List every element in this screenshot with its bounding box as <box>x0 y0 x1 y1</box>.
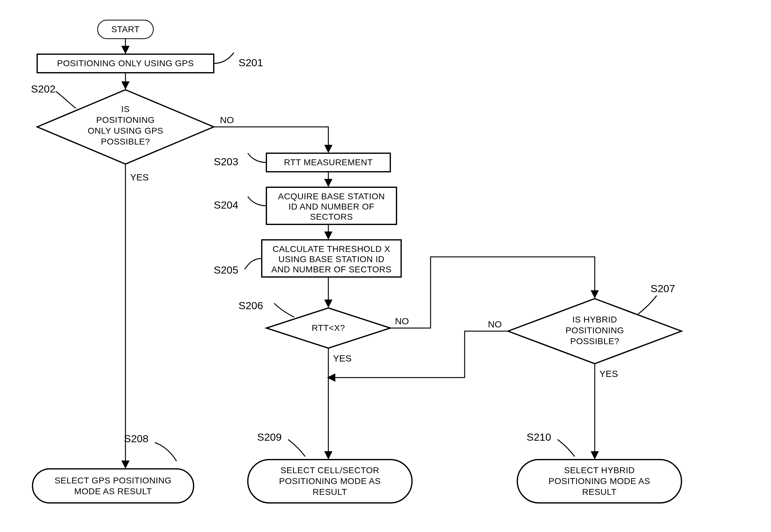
s207-no-text: NO <box>488 319 502 329</box>
s201-leader <box>214 53 234 63</box>
s207-yes-text: YES <box>600 369 618 379</box>
s206-yes-text: YES <box>333 353 352 363</box>
s210-l1: POSITIONING MODE AS <box>548 476 650 486</box>
s207-label: S207 <box>651 283 675 294</box>
s210-leader <box>557 439 574 456</box>
s209-l2: RESULT <box>313 487 347 497</box>
s203-label: S203 <box>214 156 238 167</box>
s208-leader <box>155 443 176 461</box>
s202-l1: POSITIONING <box>96 115 154 125</box>
s210-node: SELECT HYBRID POSITIONING MODE AS RESULT <box>517 460 682 503</box>
s206-node: RTT<X? <box>266 308 390 348</box>
s209-label: S209 <box>257 431 282 443</box>
s204-l0: ACQUIRE BASE STATION <box>278 192 385 201</box>
s210-label: S210 <box>526 431 551 443</box>
s207-node: IS HYBRID POSITIONING POSSIBLE? <box>508 299 682 364</box>
s210-l0: SELECT HYBRID <box>564 465 635 475</box>
s208-l1: MODE AS RESULT <box>74 487 152 496</box>
s204-l1: ID AND NUMBER OF <box>288 202 374 211</box>
s205-label: S205 <box>214 264 238 276</box>
s203-node: RTT MEASUREMENT <box>266 153 390 172</box>
s201-text: POSITIONING ONLY USING GPS <box>57 58 194 68</box>
s207-l0: IS HYBRID <box>572 315 617 324</box>
s202-node: IS POSITIONING ONLY USING GPS POSSIBLE? <box>37 90 214 164</box>
s208-l0: SELECT GPS POSITIONING <box>54 476 171 485</box>
s209-leader <box>288 439 305 456</box>
s205-l0: CALCULATE THRESHOLD X <box>273 244 390 254</box>
s202-yes-text: YES <box>130 172 149 182</box>
s203-text: RTT MEASUREMENT <box>284 158 373 167</box>
s203-leader <box>248 153 266 162</box>
s202-no-text: NO <box>220 115 234 125</box>
s202-l0: IS <box>121 104 129 114</box>
s202-l3: POSSIBLE? <box>101 137 150 146</box>
s204-leader <box>248 197 266 206</box>
s206-text: RTT<X? <box>312 323 345 333</box>
s205-l1: USING BASE STATION ID <box>279 254 384 264</box>
s209-node: SELECT CELL/SECTOR POSITIONING MODE AS R… <box>248 460 412 503</box>
s204-node: ACQUIRE BASE STATION ID AND NUMBER OF SE… <box>266 187 396 224</box>
s204-l2: SECTORS <box>310 212 353 222</box>
s208-label: S208 <box>124 433 148 444</box>
s204-label: S204 <box>214 199 238 211</box>
s206-no-text: NO <box>395 316 409 326</box>
s206-label: S206 <box>239 300 263 311</box>
s205-l2: AND NUMBER OF SECTORS <box>271 265 392 274</box>
s205-node: CALCULATE THRESHOLD X USING BASE STATION… <box>262 240 401 277</box>
s207-l2: POSSIBLE? <box>570 336 620 346</box>
s207-leader <box>638 296 657 314</box>
start-text: START <box>111 24 140 34</box>
s206-leader <box>274 303 294 317</box>
s209-l1: POSITIONING MODE AS <box>279 476 381 486</box>
s210-l2: RESULT <box>582 487 617 497</box>
s202-label: S202 <box>31 83 55 95</box>
start-node: START <box>97 20 153 39</box>
s207-l1: POSITIONING <box>565 326 624 335</box>
s205-leader <box>245 258 262 269</box>
s208-node: SELECT GPS POSITIONING MODE AS RESULT <box>32 469 194 503</box>
flowchart: START POSITIONING ONLY USING GPS S201 IS… <box>0 0 771 532</box>
s201-node: POSITIONING ONLY USING GPS <box>37 54 214 73</box>
s209-l0: SELECT CELL/SECTOR <box>280 465 379 475</box>
s202-leader <box>56 91 76 108</box>
s201-label: S201 <box>239 57 263 68</box>
edge-s202-s203 <box>214 127 328 152</box>
s202-l2: ONLY USING GPS <box>88 126 163 136</box>
svg-rect-8 <box>32 469 194 503</box>
